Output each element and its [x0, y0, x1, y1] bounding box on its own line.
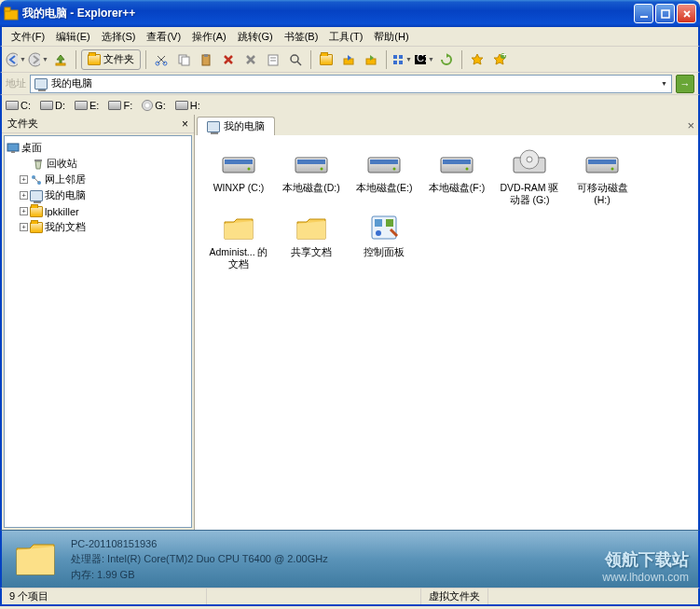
svg-point-4 [7, 53, 18, 66]
tree-mycomputer[interactable]: +我的电脑 [7, 187, 189, 203]
drive-icon [437, 146, 476, 180]
go-button[interactable]: → [676, 75, 694, 93]
minimize-button[interactable] [634, 4, 653, 23]
drive-e[interactable]: E: [75, 100, 99, 111]
file-item-2[interactable]: 本地磁盘(E:) [351, 146, 417, 205]
delete-button[interactable] [218, 49, 239, 70]
menu-file[interactable]: 文件(F) [6, 28, 50, 46]
maximize-button[interactable] [655, 4, 675, 23]
search-button[interactable] [285, 49, 306, 70]
file-item-0[interactable]: WINXP (C:) [206, 146, 271, 205]
content-area: 我的电脑 × WINXP (C:)本地磁盘(D:)本地磁盘(E:)本地磁盘(F:… [195, 115, 698, 530]
file-item-5[interactable]: 可移动磁盘(H:) [570, 146, 635, 205]
svg-point-36 [248, 168, 251, 171]
address-input[interactable]: 我的电脑 ▼ [30, 75, 672, 93]
expand-icon[interactable]: + [20, 191, 28, 200]
svg-point-51 [611, 168, 614, 171]
info-memory: 内存: 1.99 GB [71, 567, 328, 583]
status-empty [207, 588, 421, 604]
properties-button[interactable] [263, 49, 283, 70]
menu-select[interactable]: 选择(S) [96, 28, 142, 46]
paste-button[interactable] [196, 49, 216, 70]
address-dropdown[interactable]: ▼ [661, 80, 667, 87]
folder-icon [30, 222, 43, 233]
moveto-button[interactable] [361, 49, 381, 70]
menu-bookmark[interactable]: 书签(B) [279, 28, 324, 46]
sidebar: 文件夹 × 桌面 回收站 +网上邻居 +我的电脑 +lpkkiller +我的文… [2, 115, 195, 530]
svg-rect-6 [56, 63, 65, 65]
cmd-button[interactable]: C:\▼ [414, 49, 434, 70]
expand-icon[interactable]: + [20, 175, 28, 184]
menu-goto[interactable]: 跳转(G) [232, 28, 279, 46]
file-item-7[interactable]: 共享文档 [279, 211, 344, 270]
drive-icon [364, 146, 404, 180]
menu-view[interactable]: 查看(V) [141, 28, 186, 46]
folder-tree[interactable]: 桌面 回收站 +网上邻居 +我的电脑 +lpkkiller +我的文档 [4, 135, 192, 528]
menu-edit[interactable]: 编辑(E) [50, 28, 96, 46]
views-button[interactable]: ▼ [391, 49, 412, 70]
tree-mydocs[interactable]: +我的文档 [7, 219, 189, 235]
tree-lpkkiller[interactable]: +lpkkiller [7, 203, 189, 219]
drive-icon [583, 146, 622, 180]
tree-network[interactable]: +网上邻居 [7, 172, 189, 187]
folder-icon [292, 211, 331, 244]
drive-icon [75, 101, 88, 110]
tab-close[interactable]: × [687, 118, 694, 132]
info-text: PC-201108151936 处理器: Intel(R) Core(TM)2 … [71, 536, 328, 583]
drive-bar: C: D: E: F: G: H: [0, 94, 700, 115]
drive-f[interactable]: F: [108, 100, 132, 111]
menu-help[interactable]: 帮助(H) [368, 28, 414, 46]
address-bar: 地址 我的电脑 ▼ → [0, 72, 700, 94]
drive-c[interactable]: C: [6, 100, 31, 111]
drive-d[interactable]: D: [40, 100, 65, 111]
drive-icon [40, 101, 53, 110]
file-item-3[interactable]: 本地磁盘(F:) [424, 146, 489, 205]
folder-icon [219, 211, 258, 244]
drive-icon [175, 101, 188, 110]
sidebar-header: 文件夹 × [2, 115, 194, 133]
menu-action[interactable]: 操作(A) [186, 28, 232, 46]
svg-rect-23 [399, 61, 403, 64]
bookmark-button[interactable] [467, 49, 487, 70]
tree-desktop[interactable]: 桌面 [7, 140, 189, 156]
newfolder-button[interactable] [316, 49, 336, 70]
svg-point-55 [376, 230, 381, 236]
svg-rect-35 [225, 159, 253, 164]
folder-icon [88, 54, 101, 65]
back-button[interactable]: ▼ [6, 49, 26, 70]
up-button[interactable] [50, 49, 71, 70]
menu-tools[interactable]: 工具(T) [323, 28, 368, 46]
file-item-1[interactable]: 本地磁盘(D:) [279, 146, 344, 205]
refresh-button[interactable] [436, 49, 457, 70]
close-button[interactable] [677, 4, 696, 23]
status-bar: 9 个项目 虚拟文件夹 [0, 588, 700, 606]
file-item-6[interactable]: Administ... 的文档 [206, 211, 271, 270]
expand-icon[interactable]: + [20, 223, 28, 231]
tree-recyclebin[interactable]: 回收站 [7, 156, 189, 172]
sidebar-title: 文件夹 [7, 117, 38, 131]
window-title: 我的电脑 - Explorer++ [22, 6, 634, 21]
svg-point-42 [393, 168, 396, 171]
drive-icon [292, 146, 331, 180]
drive-g[interactable]: G: [142, 100, 166, 111]
copy-button[interactable] [173, 49, 194, 70]
cut-button[interactable] [151, 49, 172, 70]
svg-rect-21 [399, 55, 403, 59]
file-item-4[interactable]: DVD-RAM 驱动器 (G:) [497, 146, 562, 205]
drive-h[interactable]: H: [175, 100, 200, 111]
tab-mycomputer[interactable]: 我的电脑 [197, 117, 275, 135]
forward-button[interactable]: ▼ [28, 49, 48, 70]
expand-icon[interactable]: + [20, 207, 28, 215]
folders-button[interactable]: 文件夹 [81, 49, 141, 70]
delete2-button[interactable] [240, 49, 261, 70]
addbookmark-button[interactable]: + [489, 49, 510, 70]
sidebar-close[interactable]: × [182, 118, 188, 131]
file-item-8[interactable]: 控制面板 [351, 211, 417, 270]
folder-icon [30, 206, 43, 217]
file-label: 本地磁盘(D:) [282, 182, 340, 194]
copyto-button[interactable] [338, 49, 359, 70]
file-grid[interactable]: WINXP (C:)本地磁盘(D:)本地磁盘(E:)本地磁盘(F:)DVD-RA… [195, 135, 698, 530]
svg-point-16 [291, 55, 298, 62]
drive-icon [6, 101, 19, 110]
file-label: 本地磁盘(F:) [429, 182, 485, 194]
